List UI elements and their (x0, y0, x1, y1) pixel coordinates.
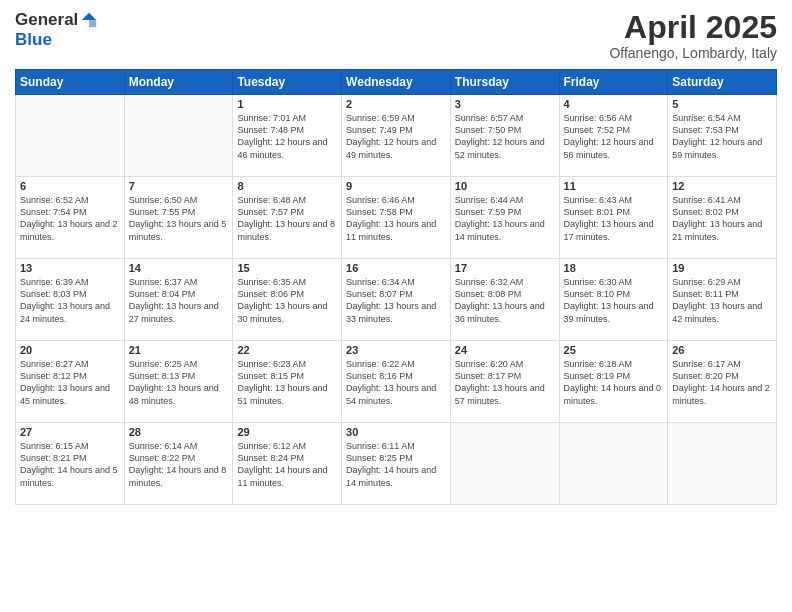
calendar-cell: 28Sunrise: 6:14 AMSunset: 8:22 PMDayligh… (124, 423, 233, 505)
calendar-week-row: 6Sunrise: 6:52 AMSunset: 7:54 PMDaylight… (16, 177, 777, 259)
day-number: 8 (237, 180, 337, 192)
header-friday: Friday (559, 70, 668, 95)
day-info: Sunrise: 6:27 AMSunset: 8:12 PMDaylight:… (20, 358, 120, 407)
logo-general: General (15, 10, 78, 30)
calendar-cell: 1Sunrise: 7:01 AMSunset: 7:48 PMDaylight… (233, 95, 342, 177)
day-info: Sunrise: 6:43 AMSunset: 8:01 PMDaylight:… (564, 194, 664, 243)
calendar-cell: 27Sunrise: 6:15 AMSunset: 8:21 PMDayligh… (16, 423, 125, 505)
day-info: Sunrise: 6:39 AMSunset: 8:03 PMDaylight:… (20, 276, 120, 325)
day-info: Sunrise: 6:37 AMSunset: 8:04 PMDaylight:… (129, 276, 229, 325)
day-number: 9 (346, 180, 446, 192)
day-number: 7 (129, 180, 229, 192)
day-number: 6 (20, 180, 120, 192)
day-number: 5 (672, 98, 772, 110)
logo-icon (80, 11, 98, 29)
day-info: Sunrise: 6:56 AMSunset: 7:52 PMDaylight:… (564, 112, 664, 161)
calendar-week-row: 13Sunrise: 6:39 AMSunset: 8:03 PMDayligh… (16, 259, 777, 341)
day-info: Sunrise: 6:41 AMSunset: 8:02 PMDaylight:… (672, 194, 772, 243)
day-number: 19 (672, 262, 772, 274)
day-info: Sunrise: 6:25 AMSunset: 8:13 PMDaylight:… (129, 358, 229, 407)
calendar-cell (668, 423, 777, 505)
logo-text: General (15, 10, 98, 30)
calendar-cell: 17Sunrise: 6:32 AMSunset: 8:08 PMDayligh… (450, 259, 559, 341)
header-monday: Monday (124, 70, 233, 95)
day-number: 23 (346, 344, 446, 356)
calendar-cell: 26Sunrise: 6:17 AMSunset: 8:20 PMDayligh… (668, 341, 777, 423)
header: General Blue April 2025 Offanengo, Lomba… (15, 10, 777, 61)
day-info: Sunrise: 6:44 AMSunset: 7:59 PMDaylight:… (455, 194, 555, 243)
day-info: Sunrise: 6:20 AMSunset: 8:17 PMDaylight:… (455, 358, 555, 407)
calendar-cell: 2Sunrise: 6:59 AMSunset: 7:49 PMDaylight… (342, 95, 451, 177)
weekday-header-row: Sunday Monday Tuesday Wednesday Thursday… (16, 70, 777, 95)
calendar-week-row: 20Sunrise: 6:27 AMSunset: 8:12 PMDayligh… (16, 341, 777, 423)
day-info: Sunrise: 6:59 AMSunset: 7:49 PMDaylight:… (346, 112, 446, 161)
calendar-cell: 13Sunrise: 6:39 AMSunset: 8:03 PMDayligh… (16, 259, 125, 341)
calendar-cell (450, 423, 559, 505)
logo: General Blue (15, 10, 98, 50)
day-info: Sunrise: 6:14 AMSunset: 8:22 PMDaylight:… (129, 440, 229, 489)
calendar-cell: 3Sunrise: 6:57 AMSunset: 7:50 PMDaylight… (450, 95, 559, 177)
day-number: 29 (237, 426, 337, 438)
day-info: Sunrise: 6:30 AMSunset: 8:10 PMDaylight:… (564, 276, 664, 325)
calendar-cell: 23Sunrise: 6:22 AMSunset: 8:16 PMDayligh… (342, 341, 451, 423)
calendar-cell: 16Sunrise: 6:34 AMSunset: 8:07 PMDayligh… (342, 259, 451, 341)
svg-marker-1 (89, 20, 96, 27)
day-info: Sunrise: 6:11 AMSunset: 8:25 PMDaylight:… (346, 440, 446, 489)
day-info: Sunrise: 6:48 AMSunset: 7:57 PMDaylight:… (237, 194, 337, 243)
day-info: Sunrise: 6:50 AMSunset: 7:55 PMDaylight:… (129, 194, 229, 243)
day-info: Sunrise: 6:34 AMSunset: 8:07 PMDaylight:… (346, 276, 446, 325)
svg-marker-0 (82, 13, 96, 20)
header-thursday: Thursday (450, 70, 559, 95)
calendar-cell: 10Sunrise: 6:44 AMSunset: 7:59 PMDayligh… (450, 177, 559, 259)
day-number: 3 (455, 98, 555, 110)
day-number: 24 (455, 344, 555, 356)
header-saturday: Saturday (668, 70, 777, 95)
day-number: 26 (672, 344, 772, 356)
day-info: Sunrise: 7:01 AMSunset: 7:48 PMDaylight:… (237, 112, 337, 161)
calendar-cell: 24Sunrise: 6:20 AMSunset: 8:17 PMDayligh… (450, 341, 559, 423)
day-number: 12 (672, 180, 772, 192)
calendar-week-row: 27Sunrise: 6:15 AMSunset: 8:21 PMDayligh… (16, 423, 777, 505)
day-number: 22 (237, 344, 337, 356)
calendar-cell: 6Sunrise: 6:52 AMSunset: 7:54 PMDaylight… (16, 177, 125, 259)
calendar-cell: 9Sunrise: 6:46 AMSunset: 7:58 PMDaylight… (342, 177, 451, 259)
calendar-cell: 8Sunrise: 6:48 AMSunset: 7:57 PMDaylight… (233, 177, 342, 259)
calendar-cell (16, 95, 125, 177)
day-info: Sunrise: 6:46 AMSunset: 7:58 PMDaylight:… (346, 194, 446, 243)
calendar-cell: 5Sunrise: 6:54 AMSunset: 7:53 PMDaylight… (668, 95, 777, 177)
day-number: 27 (20, 426, 120, 438)
day-number: 18 (564, 262, 664, 274)
calendar-cell (124, 95, 233, 177)
day-number: 14 (129, 262, 229, 274)
day-number: 13 (20, 262, 120, 274)
day-info: Sunrise: 6:18 AMSunset: 8:19 PMDaylight:… (564, 358, 664, 407)
calendar-cell: 18Sunrise: 6:30 AMSunset: 8:10 PMDayligh… (559, 259, 668, 341)
day-number: 2 (346, 98, 446, 110)
day-info: Sunrise: 6:22 AMSunset: 8:16 PMDaylight:… (346, 358, 446, 407)
day-info: Sunrise: 6:35 AMSunset: 8:06 PMDaylight:… (237, 276, 337, 325)
calendar-cell: 12Sunrise: 6:41 AMSunset: 8:02 PMDayligh… (668, 177, 777, 259)
calendar-cell: 21Sunrise: 6:25 AMSunset: 8:13 PMDayligh… (124, 341, 233, 423)
day-info: Sunrise: 6:32 AMSunset: 8:08 PMDaylight:… (455, 276, 555, 325)
day-number: 25 (564, 344, 664, 356)
day-number: 1 (237, 98, 337, 110)
calendar-cell: 14Sunrise: 6:37 AMSunset: 8:04 PMDayligh… (124, 259, 233, 341)
day-info: Sunrise: 6:54 AMSunset: 7:53 PMDaylight:… (672, 112, 772, 161)
day-info: Sunrise: 6:17 AMSunset: 8:20 PMDaylight:… (672, 358, 772, 407)
day-info: Sunrise: 6:23 AMSunset: 8:15 PMDaylight:… (237, 358, 337, 407)
day-number: 17 (455, 262, 555, 274)
day-info: Sunrise: 6:12 AMSunset: 8:24 PMDaylight:… (237, 440, 337, 489)
day-info: Sunrise: 6:29 AMSunset: 8:11 PMDaylight:… (672, 276, 772, 325)
day-number: 20 (20, 344, 120, 356)
header-tuesday: Tuesday (233, 70, 342, 95)
calendar-table: Sunday Monday Tuesday Wednesday Thursday… (15, 69, 777, 505)
calendar-cell: 29Sunrise: 6:12 AMSunset: 8:24 PMDayligh… (233, 423, 342, 505)
day-number: 4 (564, 98, 664, 110)
day-number: 10 (455, 180, 555, 192)
day-info: Sunrise: 6:57 AMSunset: 7:50 PMDaylight:… (455, 112, 555, 161)
logo-blue: Blue (15, 30, 52, 50)
day-info: Sunrise: 6:15 AMSunset: 8:21 PMDaylight:… (20, 440, 120, 489)
title-block: April 2025 Offanengo, Lombardy, Italy (609, 10, 777, 61)
header-sunday: Sunday (16, 70, 125, 95)
calendar-cell: 20Sunrise: 6:27 AMSunset: 8:12 PMDayligh… (16, 341, 125, 423)
